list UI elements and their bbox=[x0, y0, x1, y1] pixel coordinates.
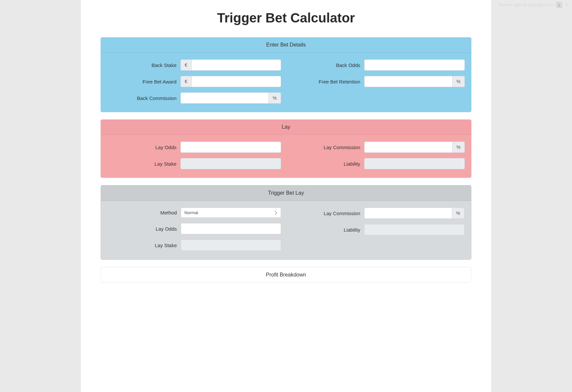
trigger-lay-stake-label: Lay Stake bbox=[108, 243, 177, 248]
trigger-lay-commission-input[interactable] bbox=[364, 208, 452, 219]
search-icon[interactable] bbox=[565, 3, 569, 7]
method-select[interactable]: Normal bbox=[181, 208, 281, 218]
back-commission-label: Back Commission bbox=[107, 95, 176, 101]
panel-trigger-bet-lay: Trigger Bet Lay Method Normal Lay Odds bbox=[101, 185, 471, 260]
percent-symbol: % bbox=[453, 76, 465, 87]
percent-symbol: % bbox=[453, 142, 465, 153]
back-commission-input[interactable] bbox=[180, 92, 269, 104]
liability-label: Liability bbox=[291, 161, 360, 167]
trigger-liability-label: Liability bbox=[291, 227, 360, 233]
avatar[interactable] bbox=[556, 2, 562, 8]
panel-bet-details: Enter Bet Details Back Stake € Free Bet … bbox=[101, 37, 471, 112]
page-title: Trigger Bet Calculator bbox=[101, 0, 471, 37]
panel-profit-breakdown: Profit Breakdown bbox=[101, 267, 471, 283]
topbar: Theme: Light by pelse@m.com bbox=[496, 0, 572, 10]
panel-lay: Lay Lay Odds Lay Stake bbox=[101, 119, 471, 178]
trigger-liability-output bbox=[364, 224, 464, 235]
panel-header-trigger-lay: Trigger Bet Lay bbox=[101, 185, 471, 201]
trigger-lay-stake-output bbox=[181, 240, 281, 251]
lay-odds-input[interactable] bbox=[180, 142, 281, 153]
svg-point-0 bbox=[558, 4, 560, 5]
back-odds-label: Back Odds bbox=[291, 62, 360, 68]
svg-line-2 bbox=[568, 6, 569, 7]
lay-stake-label: Lay Stake bbox=[107, 161, 176, 167]
panel-header-bet-details: Enter Bet Details bbox=[101, 37, 471, 53]
currency-symbol: € bbox=[180, 59, 191, 71]
lay-commission-input[interactable] bbox=[364, 142, 453, 153]
svg-point-1 bbox=[565, 3, 568, 6]
currency-symbol: € bbox=[180, 76, 191, 87]
back-odds-input[interactable] bbox=[364, 59, 465, 71]
trigger-lay-commission-label: Lay Commission bbox=[291, 211, 360, 216]
lay-commission-label: Lay Commission bbox=[291, 145, 360, 150]
trigger-lay-odds-label: Lay Odds bbox=[108, 226, 177, 232]
free-bet-award-input[interactable] bbox=[191, 76, 281, 87]
panel-header-profit: Profit Breakdown bbox=[101, 267, 471, 282]
panel-header-lay: Lay bbox=[101, 119, 471, 135]
theme-credit: Theme: Light by pelse@m.com bbox=[499, 3, 554, 7]
method-label: Method bbox=[108, 210, 177, 215]
percent-symbol: % bbox=[269, 92, 281, 104]
trigger-lay-odds-input[interactable] bbox=[181, 223, 281, 234]
back-stake-input[interactable] bbox=[191, 59, 281, 71]
free-bet-award-label: Free Bet Award bbox=[107, 79, 176, 84]
main-content: Trigger Bet Calculator Enter Bet Details… bbox=[81, 0, 491, 392]
lay-odds-label: Lay Odds bbox=[107, 145, 176, 150]
lay-stake-output bbox=[180, 158, 281, 169]
free-bet-retention-input[interactable] bbox=[364, 76, 453, 87]
liability-output bbox=[364, 158, 465, 169]
back-stake-label: Back Stake bbox=[107, 62, 176, 68]
free-bet-retention-label: Free Bet Retention bbox=[291, 79, 360, 84]
percent-symbol: % bbox=[452, 208, 464, 219]
